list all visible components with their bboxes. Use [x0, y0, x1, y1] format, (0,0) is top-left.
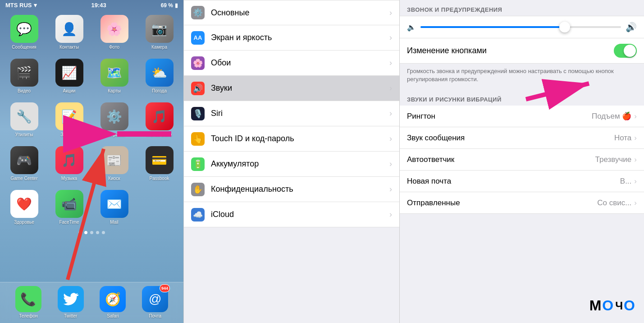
- app-camera[interactable]: 📷 Камера: [142, 15, 178, 50]
- sound-row-newmail-value: В... ›: [620, 177, 637, 186]
- app-notes[interactable]: 📝 Заметки: [51, 102, 87, 137]
- app-photos-icon: 🌸: [100, 15, 128, 43]
- app-stocks-label: Акции: [63, 88, 76, 93]
- settings-icon-icloud: ☁️: [191, 208, 205, 221]
- app-contacts-label: Контакты: [59, 45, 79, 50]
- sound-row-message[interactable]: Звук сообщения Нота ›: [400, 127, 644, 149]
- sound-row-newmail[interactable]: Новая почта В... ›: [400, 171, 644, 192]
- sound-row-voicemail-value: Трезвучие ›: [595, 155, 637, 164]
- dock-phone-label: Телефон: [19, 314, 37, 318]
- status-bar: MTS RUS ▾ 19:43 69 % ▮: [0, 0, 183, 10]
- settings-item-touchid[interactable]: 👆 Touch ID и код-пароль ›: [184, 126, 399, 152]
- dock-safari-icon: 🧭: [100, 286, 126, 312]
- dock-phone[interactable]: 📞 Телефон: [15, 286, 41, 318]
- sound-row-sent[interactable]: Отправленные Со свис... ›: [400, 192, 644, 214]
- app-photos[interactable]: 🌸 Фото: [96, 15, 132, 50]
- toggle-row-buttons[interactable]: Изменение кнопками: [400, 38, 644, 64]
- app-notes-label: Заметки: [60, 132, 78, 137]
- newmail-chevron: ›: [634, 177, 637, 186]
- settings-icon-screen: AA: [191, 31, 205, 45]
- settings-item-icloud[interactable]: ☁️ iCloud ›: [184, 202, 399, 227]
- dock-mail-label: Почта: [149, 314, 161, 318]
- app-contacts[interactable]: 👤 Контакты: [51, 15, 87, 50]
- wifi-icon: ▾: [34, 2, 37, 9]
- app-video[interactable]: 🎬 Видео: [6, 59, 42, 93]
- settings-item-sounds[interactable]: 🔊 Звуки ›: [184, 76, 399, 101]
- app-utilities-label: Утилиты: [15, 132, 33, 137]
- app-mail-home[interactable]: ✉️ Mail: [96, 190, 132, 225]
- app-music-label: Музыка: [61, 176, 77, 181]
- volume-slider-track[interactable]: [420, 26, 621, 28]
- app-itunes[interactable]: 🎵 iTunes Store: [142, 102, 178, 137]
- battery-label: 69 %: [161, 2, 173, 9]
- description-text: Громкость звонка и предупреждений можно …: [400, 64, 644, 90]
- dock-twitter-icon: [58, 286, 84, 312]
- settings-item-battery[interactable]: 🔋 Аккумулятор ›: [184, 152, 399, 177]
- message-value-text: Нота: [614, 134, 631, 143]
- sound-row-voicemail[interactable]: Автоответчик Трезвучие ›: [400, 149, 644, 171]
- settings-item-screen[interactable]: AA Экран и яркость ›: [184, 25, 399, 51]
- volume-high-icon: 🔊: [626, 22, 637, 32]
- app-maps[interactable]: 🗺️ Карты: [96, 59, 132, 93]
- app-stocks[interactable]: 📈 Акции: [51, 59, 87, 93]
- settings-icon-battery: 🔋: [191, 157, 205, 171]
- dock-twitter[interactable]: Twitter: [58, 286, 84, 318]
- app-passbook-icon: 💳: [146, 146, 174, 174]
- settings-item-osnovnye[interactable]: ⚙️ Основные ›: [184, 0, 399, 25]
- settings-chevron-osnovnye: ›: [389, 8, 392, 18]
- app-grid-row2: 🎬 Видео 📈 Акции 🗺️ Карты ⛅ Погода: [0, 54, 183, 98]
- sound-row-message-label: Звук сообщения: [407, 134, 465, 143]
- app-weather-icon: ⛅: [146, 59, 174, 87]
- toggle-thumb: [624, 45, 636, 57]
- settings-chevron-screen: ›: [389, 33, 392, 42]
- app-settings[interactable]: ⚙️ Настройки: [96, 102, 132, 137]
- settings-item-siri[interactable]: 🎙️ Siri ›: [184, 101, 399, 126]
- volume-low-icon: 🔈: [407, 23, 416, 32]
- app-gamecenter-label: Game Center: [10, 176, 37, 181]
- app-gamecenter[interactable]: 🎮 Game Center: [6, 146, 42, 181]
- app-facetime-label: FaceTime: [59, 220, 79, 225]
- volume-control: 🔈 🔊: [400, 16, 644, 38]
- dock-mail-badge: 944: [160, 284, 170, 292]
- app-music[interactable]: 🎵 Музыка: [51, 146, 87, 181]
- dock-safari-label: Safari: [107, 314, 119, 318]
- app-passbook-label: Passbook: [150, 176, 169, 181]
- settings-item-privacy[interactable]: ✋ Конфиденциальность ›: [184, 177, 399, 202]
- page-dot-3: [90, 231, 93, 234]
- dock-safari[interactable]: 🧭 Safari: [100, 286, 126, 318]
- app-maps-label: Карты: [108, 88, 121, 93]
- app-messages[interactable]: 💬 Сообщения: [6, 15, 42, 50]
- time-label: 19:43: [91, 2, 106, 9]
- dock-twitter-label: Twitter: [64, 314, 77, 318]
- dock: 📞 Телефон Twitter 🧭 Safari @ 944 Почта: [0, 282, 183, 323]
- toggle-switch[interactable]: [614, 44, 637, 58]
- carrier-label: MTS RUS: [5, 2, 32, 9]
- sent-chevron: ›: [634, 198, 637, 208]
- app-mail-home-label: Mail: [110, 220, 118, 225]
- app-video-icon: 🎬: [10, 59, 38, 87]
- toggle-label: Изменение кнопками: [407, 46, 487, 55]
- ringtone-value-text: Подъем 🍎: [592, 111, 631, 121]
- settings-item-wallpaper[interactable]: 🌸 Обои ›: [184, 51, 399, 76]
- app-passbook[interactable]: 💳 Passbook: [142, 146, 178, 181]
- app-settings-label: Настройки: [103, 132, 125, 137]
- app-health-label: Здоровье: [14, 220, 34, 225]
- watermark-o2: О: [624, 297, 635, 314]
- sound-row-ringtone[interactable]: Рингтон Подъем 🍎 ›: [400, 106, 644, 127]
- settings-icon-siri: 🎙️: [191, 107, 205, 120]
- app-health[interactable]: ❤️ Здоровье: [6, 190, 42, 225]
- sound-row-newmail-label: Новая почта: [407, 177, 451, 186]
- settings-icon-touchid: 👆: [191, 132, 205, 146]
- settings-label-osnovnye: Основные: [211, 8, 386, 18]
- app-weather[interactable]: ⛅ Погода: [142, 59, 178, 93]
- volume-slider-thumb[interactable]: [559, 22, 570, 32]
- dock-mail[interactable]: @ 944 Почта: [142, 286, 168, 318]
- sound-row-ringtone-value: Подъем 🍎 ›: [592, 111, 637, 121]
- app-utilities[interactable]: 🔧 Утилиты: [6, 102, 42, 137]
- app-kiosk[interactable]: 📰 Киоск: [96, 146, 132, 181]
- voicemail-chevron: ›: [634, 155, 637, 164]
- app-facetime[interactable]: 📹 FaceTime: [51, 190, 87, 225]
- settings-list: ⚙️ Основные › AA Экран и яркость › 🌸 Обо…: [184, 0, 399, 227]
- settings-chevron-privacy: ›: [389, 185, 392, 194]
- app-grid-row5: ❤️ Здоровье 📹 FaceTime ✉️ Mail: [0, 185, 183, 229]
